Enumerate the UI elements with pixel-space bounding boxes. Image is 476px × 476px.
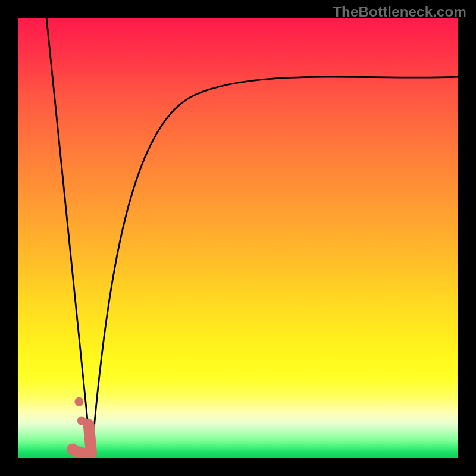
data-point-upper xyxy=(74,397,83,406)
bottleneck-curve-left xyxy=(46,18,91,458)
optimum-marker-hook xyxy=(73,425,92,454)
chart-svg xyxy=(18,18,458,458)
bottleneck-curve-right xyxy=(92,77,458,458)
chart-frame: TheBottleneck.com xyxy=(0,0,476,476)
plot-area xyxy=(18,18,458,458)
